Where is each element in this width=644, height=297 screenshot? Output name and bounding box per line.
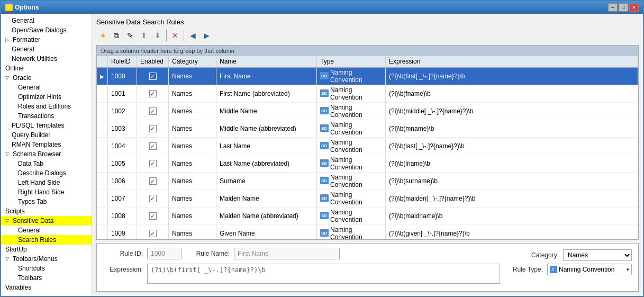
cell-name: Middle Name — [216, 103, 317, 120]
import-button[interactable]: ◀ — [186, 29, 199, 42]
sidebar-label: Variables — [5, 284, 31, 291]
sidebar-item-left-hand-side[interactable]: Left Hand Side — [1, 178, 92, 187]
sidebar-label: Data Tab — [18, 160, 43, 167]
table-row[interactable]: 1008NamesMaiden Name (abbreviated)SDNami… — [97, 208, 638, 225]
cell-expression: (?i)\b(given[ _\-.]?{name}?)\b — [386, 225, 638, 240]
sidebar-item-search-rules[interactable]: Search Rules — [1, 235, 92, 245]
checkbox-icon[interactable] — [149, 107, 157, 115]
sidebar-item-variables[interactable]: Variables — [1, 283, 92, 292]
sidebar-item-startup[interactable]: StartUp — [1, 245, 92, 254]
sidebar-item-types-tab[interactable]: Types Tab — [1, 197, 92, 206]
expression-input[interactable]: (?i)\b(first[ _\-.]?{name}?)\b — [147, 264, 500, 284]
type-icon: SD — [320, 124, 329, 133]
sidebar-item-toolbars[interactable]: Toolbars — [1, 273, 92, 283]
sidebar-item-online[interactable]: Online — [1, 64, 92, 73]
type-icon: SD — [320, 177, 329, 186]
table-row[interactable]: 1002NamesMiddle NameSDNaming Convention(… — [97, 103, 638, 120]
rule-name-input[interactable] — [234, 248, 340, 259]
sidebar-item-general2[interactable]: General — [1, 44, 92, 54]
checkbox-icon[interactable] — [149, 195, 157, 202]
tree-arrow-icon: ▷ — [5, 37, 11, 42]
sidebar-item-schema-browser[interactable]: ▽ Schema Browser — [1, 149, 92, 159]
sidebar-item-general3[interactable]: General — [1, 83, 92, 92]
sidebar-item-plsql-templates[interactable]: PL/SQL Templates — [1, 121, 92, 130]
col-header-type[interactable]: Type — [317, 56, 386, 67]
type-icon: SD — [320, 89, 329, 98]
edit-button[interactable]: ✎ — [124, 29, 137, 42]
svg-text:SD: SD — [321, 126, 327, 131]
copy-button[interactable]: ⧉ — [110, 29, 123, 42]
col-header-indicator — [97, 56, 108, 67]
checkbox-icon[interactable] — [149, 90, 157, 97]
col-header-category[interactable]: Category — [169, 56, 216, 67]
checkbox-icon[interactable] — [149, 177, 157, 185]
export-down-button[interactable]: ⬇ — [151, 29, 164, 42]
sidebar-item-describe-dialogs[interactable]: Describe Dialogs — [1, 168, 92, 178]
col-header-name[interactable]: Name — [216, 56, 317, 67]
close-button[interactable]: ✕ — [629, 3, 639, 12]
type-text: Naming Convention — [330, 86, 382, 101]
type-text: Naming Convention — [330, 156, 382, 171]
sidebar-item-roles-editions[interactable]: Roles and Editions — [1, 102, 92, 111]
import2-button[interactable]: ▶ — [200, 29, 213, 42]
svg-text:SD: SD — [321, 109, 327, 113]
table-row[interactable]: 1009NamesGiven NameSDNaming Convention(?… — [97, 225, 638, 240]
sidebar-item-general4[interactable]: General — [1, 226, 92, 235]
sidebar-item-network-utilities[interactable]: Network Utilities — [1, 54, 92, 64]
form-top-row: Rule ID: Rule Name: Category: Names Addr… — [103, 248, 632, 263]
category-label: Category: — [531, 251, 559, 259]
sidebar-item-general[interactable]: General — [1, 16, 92, 25]
export-up-button[interactable]: ⬆ — [138, 29, 150, 42]
checkbox-icon[interactable] — [149, 142, 157, 150]
sidebar-item-oracle[interactable]: ▽ Oracle — [1, 73, 92, 83]
sidebar-item-transactions[interactable]: Transactions — [1, 111, 92, 121]
maximize-button[interactable]: □ — [619, 3, 628, 12]
checkbox-icon[interactable] — [149, 125, 157, 132]
sidebar-label: Right Hand Side — [18, 188, 64, 196]
table-row[interactable]: 1006NamesSurnameSDNaming Convention(?i)\… — [97, 173, 638, 190]
type-text: Naming Convention — [330, 139, 382, 154]
cell-type: SDNaming Convention — [317, 103, 386, 120]
sidebar-item-formatter[interactable]: ▷ Formatter — [1, 35, 92, 44]
sidebar-label: Open/Save Dialogs — [12, 26, 66, 34]
sidebar-item-optimizer-hints[interactable]: Optimizer Hints — [1, 92, 92, 102]
rule-type-select-wrapper[interactable]: S Naming Convention ▾ — [547, 264, 632, 275]
rule-id-input[interactable] — [147, 248, 182, 259]
checkbox-icon[interactable] — [149, 230, 157, 237]
sidebar-item-rman-templates[interactable]: RMAN Templates — [1, 140, 92, 149]
type-icon: SD — [320, 159, 329, 168]
sidebar-item-open-save[interactable]: Open/Save Dialogs — [1, 25, 92, 35]
svg-text:SD: SD — [321, 196, 327, 201]
table-row[interactable]: ▶1000NamesFirst NameSDNaming Convention(… — [97, 67, 638, 85]
grid-scroll-container[interactable]: RuleID Enabled Category Name Type Expres… — [97, 56, 638, 239]
table-row[interactable]: 1003NamesMiddle Name (abbreviated)SDNami… — [97, 120, 638, 138]
delete-button[interactable]: ✕ — [169, 29, 182, 42]
svg-text:SD: SD — [321, 161, 327, 166]
col-header-enabled[interactable]: Enabled — [137, 56, 169, 67]
sidebar-item-scripts[interactable]: Scripts — [1, 206, 92, 216]
col-header-expression[interactable]: Expression — [386, 56, 638, 67]
data-grid: Drag a column header here to group by th… — [96, 45, 639, 240]
col-header-ruleid[interactable]: RuleID — [108, 56, 137, 67]
sidebar-label: Schema Browser — [13, 150, 61, 158]
table-row[interactable]: 1001NamesFirst Name (abbreviated)SDNamin… — [97, 85, 638, 103]
sidebar-item-right-hand-side[interactable]: Right Hand Side — [1, 187, 92, 197]
sidebar-label: PL/SQL Templates — [12, 122, 64, 129]
category-select[interactable]: Names Addresses Financial Medical — [563, 249, 632, 261]
table-row[interactable]: 1007NamesMaiden NameSDNaming Convention(… — [97, 190, 638, 208]
sidebar-item-data-tab[interactable]: Data Tab — [1, 159, 92, 168]
sidebar-item-query-builder[interactable]: Query Builder — [1, 130, 92, 140]
add-button[interactable]: ✦ — [96, 29, 109, 42]
minimize-button[interactable]: ─ — [608, 3, 618, 12]
sidebar-item-shortcuts[interactable]: Shortcuts — [1, 264, 92, 273]
sidebar-item-sensitive-data[interactable]: ▽ Sensitive Data — [1, 216, 92, 226]
tree-arrow-icon: ▽ — [5, 218, 11, 223]
type-icon: SD — [320, 107, 329, 116]
row-indicator — [97, 138, 108, 155]
table-row[interactable]: 1004NamesLast NameSDNaming Convention(?i… — [97, 138, 638, 155]
sidebar-item-toolbars-menus[interactable]: ▽ Toolbars/Menus — [1, 254, 92, 264]
checkbox-icon[interactable] — [149, 212, 157, 220]
checkbox-icon[interactable] — [149, 73, 157, 80]
checkbox-icon[interactable] — [149, 160, 157, 167]
table-row[interactable]: 1005NamesLast Name (abbreviated)SDNaming… — [97, 155, 638, 173]
